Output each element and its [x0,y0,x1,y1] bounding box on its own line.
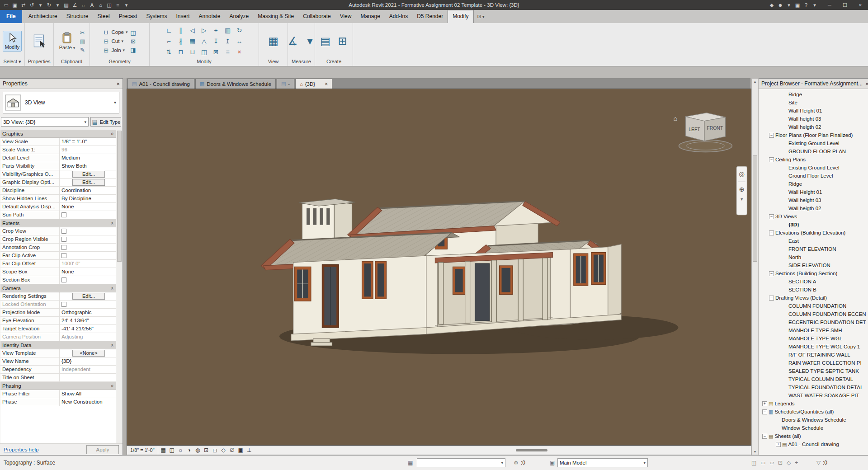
demolish-icon[interactable]: ◨ [130,47,137,53]
checkbox[interactable] [61,245,66,250]
tree-item-side-elevation[interactable]: SIDE ELEVATION [759,261,868,269]
tree-item-ceiling-plans[interactable]: −Ceiling Plans [759,155,868,164]
tree-item-ground-floor-level[interactable]: Ground Floor Level [759,172,868,180]
demolish-element-icon[interactable]: ⊠ [210,47,222,57]
communication-center-icon[interactable]: ◆ [769,2,774,8]
ribbon-tab-annotate[interactable]: Annotate [194,10,225,23]
viewcube-home-icon[interactable]: ⌂ [673,115,677,122]
drawing-area[interactable]: LEFT FRONT ⌂ ◎ ⊕ ▾ [127,89,751,446]
match-icon[interactable]: ↔ [234,36,245,47]
navbar-dropdown-icon[interactable]: ▾ [741,197,743,202]
property-value[interactable] [60,235,116,243]
property-value[interactable] [60,252,116,259]
viewcube[interactable]: LEFT FRONT ⌂ [673,113,732,152]
shadows-icon[interactable]: ◑ [185,447,193,453]
collapse-node-icon[interactable]: − [769,296,774,301]
value-button[interactable]: <None> [72,350,105,357]
select-pinned-elements-icon[interactable]: ⊡ [778,460,783,466]
property-value[interactable]: 96 [60,146,116,154]
property-value[interactable]: Edit... [60,179,116,186]
property-value[interactable]: Medium [60,154,116,162]
tree-item-site[interactable]: Site [759,99,868,107]
view-scale-button[interactable]: 1/8" = 1'-0" [127,446,158,455]
reveal-hidden-elements-icon[interactable]: ∅ [228,447,236,453]
measure-tool-icon[interactable]: ∡ [286,35,300,47]
default-3d-view-icon[interactable]: ⌂ [96,2,105,8]
panel-caption-geometry[interactable]: Geometry [90,59,149,66]
paste-button[interactable]: Paste ▾ [57,31,77,52]
property-value[interactable]: 24' 4 13/64" [60,317,116,324]
print-icon[interactable]: ▤ [62,2,71,8]
property-value[interactable]: None [60,268,116,276]
panel-caption-properties[interactable]: Properties [25,59,53,66]
temporary-hide-isolate-icon[interactable]: ◇ [219,447,228,453]
cope-button[interactable]: ⊔Cope▾ [102,29,127,36]
sync-with-central-icon[interactable]: ⇄ [19,2,28,8]
property-value[interactable]: None [60,203,116,211]
ribbon-tab-insert[interactable]: Insert [171,10,194,23]
qat-customize-icon[interactable]: ▾ [122,2,131,8]
tree-item-sealed-type-septic-tank[interactable]: SEALED TYPE SEPTIC TANK [759,367,868,375]
visual-style-icon[interactable]: ◫ [168,447,176,453]
rendering-dialog-icon[interactable]: ◍ [193,447,202,453]
tree-item-elevations-building-elevation[interactable]: −Elevations (Building Elevation) [759,229,868,237]
copy-to-clipboard-icon[interactable]: ▥ [79,38,86,45]
swap-icon[interactable]: ⇅ [163,47,175,57]
scroll-up-icon[interactable]: ▲ [752,80,758,83]
align-icon[interactable]: ∟ [163,25,175,36]
close-properties-icon[interactable]: × [113,80,120,87]
sun-path-icon[interactable]: ☼ [176,447,185,453]
maximize-button[interactable]: ☐ [837,0,853,10]
collapse-group-icon[interactable]: « [110,221,115,224]
tree-item-typical-foundation-detai[interactable]: TYPICAL FOUNDATION DETAI [759,383,868,391]
property-value[interactable]: {3D} [60,357,116,365]
tree-item-existing-ground-level[interactable]: Existing Ground Level [759,164,868,172]
property-value[interactable]: 1000' 0" [60,260,116,268]
tree-item-wall-height-01[interactable]: Wall Height 01 [759,188,868,196]
property-group-identity-data[interactable]: Identity Data« [0,341,116,349]
tree-item-wall-heigth-02[interactable]: Wall heigth 02 [759,204,868,212]
collapse-node-icon[interactable]: − [769,271,774,276]
measure-icon[interactable]: ∠ [71,2,79,8]
sign-in-dropdown-icon[interactable]: ▾ [786,2,792,8]
tree-item-typical-column-detail[interactable]: TYPICAL COLUMN DETAIL [759,375,868,383]
tree-item-wall-heigth-02[interactable]: Wall heigth 02 [759,123,868,131]
ribbon-tab-collaborate[interactable]: Collaborate [298,10,335,23]
value-button[interactable]: Edit... [72,171,105,178]
property-group-graphics[interactable]: Graphics« [0,130,116,138]
join-button[interactable]: ⊞Join▾ [102,47,127,54]
property-value[interactable]: By Discipline [60,195,116,202]
checkbox[interactable] [61,253,66,258]
tree-item-column-foundation-eccen[interactable]: COLUMN FOUNDATION ECCEN [759,310,868,318]
collapse-node-icon[interactable]: − [769,230,774,235]
zoom-icon[interactable]: ⊕ [739,186,745,193]
property-value[interactable]: <None> [60,349,116,357]
ribbon-tab-architecture[interactable]: Architecture [24,10,62,23]
property-value[interactable]: -41' 4 21/256" [60,325,116,333]
checkbox[interactable] [61,237,66,242]
redo-icon[interactable]: ↻ [45,2,53,8]
detail-level-icon[interactable]: ▦ [159,447,168,453]
insulation-icon[interactable]: ≡ [222,47,234,57]
help-icon[interactable]: ? [803,2,809,8]
join-geometry-icon[interactable]: ⊔ [187,47,198,57]
collapse-group-icon[interactable]: « [110,343,115,346]
panel-caption-view[interactable]: View [259,59,288,66]
offset-icon[interactable]: ∥ [175,25,187,36]
tree-item-drafting-views-detail[interactable]: −Drafting Views (Detail) [759,294,868,302]
checkbox[interactable] [61,277,66,282]
tree-item-schedules-quantities-all[interactable]: −▦Schedules/Quantities (all) [759,408,868,416]
property-value[interactable]: Edit... [60,170,116,178]
property-value[interactable] [60,227,116,235]
value-button[interactable]: Edit... [72,179,105,186]
tree-item-rain-water-collection-pi[interactable]: RAIN WATER COLLECTION PI [759,359,868,367]
properties-toggle-button[interactable] [30,32,48,50]
checkbox[interactable] [61,302,66,307]
tree-item-r-f-of-retaining-wall[interactable]: R/F OF RETAINING WALL [759,351,868,359]
worksharing-display-icon[interactable]: ◫ [751,460,756,466]
scale-icon[interactable]: △ [198,36,210,47]
ribbon-tab-file[interactable]: File [0,10,22,23]
select-underlay-elements-icon[interactable]: ▱ [770,460,774,466]
array-icon[interactable]: ▦ [187,36,198,47]
tree-item-a01-council-drawing[interactable]: +▤A01 - Council drawing [759,440,868,448]
